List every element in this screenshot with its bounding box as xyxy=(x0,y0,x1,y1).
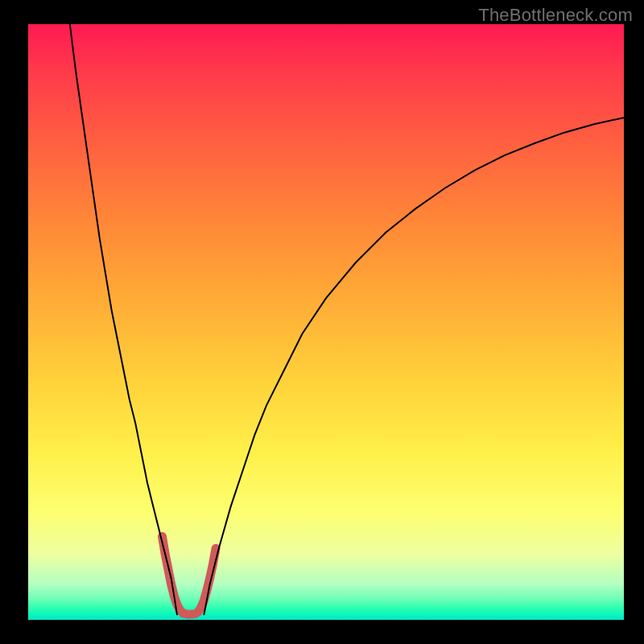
plot-area xyxy=(28,24,624,620)
chart-frame: TheBottleneck.com xyxy=(0,0,644,644)
curve-layer xyxy=(28,24,624,620)
series-left-branch xyxy=(70,24,177,615)
watermark-text: TheBottleneck.com xyxy=(478,5,633,26)
series-right-branch xyxy=(204,118,624,615)
